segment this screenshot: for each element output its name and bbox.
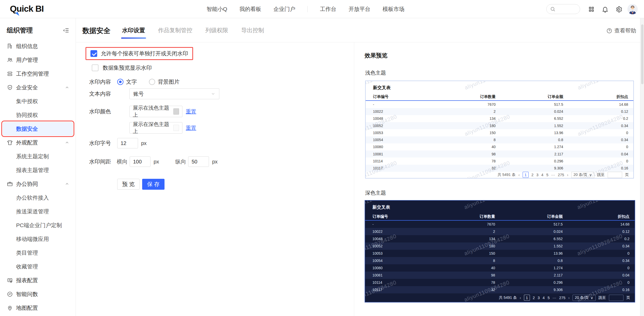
quickbi-logo[interactable]: Quick BI xyxy=(10,4,44,14)
sidebar-item-1[interactable]: 用户管理 xyxy=(3,53,73,67)
page-number-2[interactable]: 2 xyxy=(531,173,534,177)
dark-theme-color-swatch[interactable] xyxy=(173,125,179,131)
jump-page-input[interactable] xyxy=(608,172,622,178)
sidebar-item-3[interactable]: 企业安全 xyxy=(3,81,73,94)
nav-item-4[interactable]: 开放平台 xyxy=(349,5,370,13)
light-theme-color-box: 展示在浅色主题上 xyxy=(129,106,182,117)
tab-3[interactable]: 导出控制 xyxy=(241,18,264,42)
chevron-up-icon[interactable] xyxy=(65,85,69,90)
sidebar-item-14[interactable]: 移动端微应用 xyxy=(3,232,73,246)
sidebar-item-15[interactable]: 类目管理 xyxy=(3,246,73,260)
text-content-select[interactable]: 账号 xyxy=(129,88,219,99)
sidebar-item-16[interactable]: 收藏管理 xyxy=(3,260,73,273)
page-number-2[interactable]: 2 xyxy=(533,296,535,300)
pagination-total: 共 5491 条 xyxy=(499,295,517,300)
nav-item-3[interactable]: 工作台 xyxy=(320,5,336,13)
sidebar-item-7[interactable]: 外观配置 xyxy=(3,136,73,149)
nav-item-1[interactable]: 我的看板 xyxy=(239,5,261,13)
page-size-select[interactable]: 20 条/页∨ xyxy=(571,172,594,178)
page-size-value: 20 条/页 xyxy=(574,172,587,177)
radio-background-image[interactable] xyxy=(149,79,155,85)
tab-0[interactable]: 水印设置 xyxy=(122,18,145,42)
sidebar-item-12[interactable]: 推送渠道管理 xyxy=(3,205,73,218)
save-button[interactable]: 保 存 xyxy=(142,179,165,190)
font-size-unit: px xyxy=(141,140,147,146)
top-navigation: 智能小Q我的看板企业门户工作台开放平台模板市场 xyxy=(207,0,404,18)
sidebar-item-label: 地图配置 xyxy=(16,304,38,312)
radio-text[interactable] xyxy=(117,79,123,85)
sidebar-item-11[interactable]: 办公软件接入 xyxy=(3,191,73,205)
sidebar-item-5[interactable]: 协同授权 xyxy=(3,108,73,122)
vertical-spacing-input[interactable] xyxy=(188,156,209,167)
page-number-3[interactable]: 3 xyxy=(538,296,540,300)
sidebar-item-6[interactable]: 数据安全 xyxy=(3,122,73,136)
jump-page-input[interactable] xyxy=(609,295,623,301)
tab-2[interactable]: 列级权限 xyxy=(205,18,228,42)
next-page-icon[interactable]: › xyxy=(567,173,568,177)
page-number-1[interactable]: 1 xyxy=(524,295,530,301)
sidebar-item-8[interactable]: 系统主题定制 xyxy=(3,149,73,163)
table-cell: 0.16 xyxy=(563,288,629,292)
sidebar-item-4[interactable]: 集中授权 xyxy=(3,94,73,108)
reset-dark-link[interactable]: 重置 xyxy=(186,124,196,131)
table-row: 1005480.80.34 xyxy=(366,136,633,143)
page-size-select[interactable]: 20 条/页∨ xyxy=(573,295,596,301)
sidebar-item-18[interactable]: 智能问数 xyxy=(3,287,73,301)
sidebar-item-label: 类目管理 xyxy=(16,249,38,256)
radio-text-label[interactable]: 文字 xyxy=(126,78,137,85)
radio-background-image-label[interactable]: 背景图片 xyxy=(158,78,180,85)
table-cell: 1.274 xyxy=(495,266,563,270)
dataset-preview-checkbox[interactable] xyxy=(92,64,98,71)
column-header: 订单编号 xyxy=(373,94,430,99)
gear-icon[interactable] xyxy=(615,6,622,13)
page-number-1[interactable]: 1 xyxy=(523,172,529,178)
sidebar-item-17[interactable]: 报表配置 xyxy=(3,273,73,287)
table-cell: 0.04 xyxy=(563,152,628,156)
help-link[interactable]: 查看帮助 xyxy=(606,27,636,34)
sidebar-item-19[interactable]: 地图配置 xyxy=(3,301,73,315)
avatar[interactable] xyxy=(627,4,638,14)
page-number-4[interactable]: 4 xyxy=(541,173,543,177)
page-number-last[interactable]: 275 xyxy=(558,173,564,177)
apps-grid-icon[interactable] xyxy=(588,6,595,13)
text-content-value: 账号 xyxy=(133,90,144,97)
tab-1[interactable]: 作品复制管控 xyxy=(158,18,192,42)
chevron-up-icon[interactable] xyxy=(65,182,69,186)
allow-watermark-label: 允许每个报表可单独打开或关闭水印 xyxy=(101,50,188,57)
nav-item-2[interactable]: 企业门户 xyxy=(273,5,295,13)
table-cell: 0 xyxy=(563,280,629,285)
prev-page-icon[interactable]: ‹ xyxy=(518,173,520,177)
page-number-5[interactable]: 5 xyxy=(546,173,548,177)
prev-page-icon[interactable]: ‹ xyxy=(520,295,521,300)
collapse-sidebar-icon[interactable] xyxy=(63,27,69,34)
chevron-up-icon[interactable] xyxy=(65,140,69,145)
allow-watermark-checkbox[interactable] xyxy=(90,50,97,57)
scrollbar-track[interactable] xyxy=(640,18,644,316)
table-cell: - xyxy=(372,222,430,226)
dark-theme-color-label: 展示在深色主题上 xyxy=(133,121,170,135)
light-theme-color-swatch[interactable] xyxy=(173,108,179,115)
sidebar-item-0[interactable]: 组织信息 xyxy=(3,39,73,53)
font-size-input[interactable] xyxy=(117,138,138,148)
reset-light-link[interactable]: 重置 xyxy=(186,108,196,115)
sidebar-item-2[interactable]: 工作空间管理 xyxy=(3,67,73,81)
sidebar-item-10[interactable]: 办公协同 xyxy=(3,177,73,191)
page-number-5[interactable]: 5 xyxy=(548,296,550,300)
sidebar-item-9[interactable]: 报表主题管理 xyxy=(3,163,73,177)
sidebar-item-13[interactable]: PC端企业门户定制 xyxy=(3,218,73,232)
nav-item-5[interactable]: 模板市场 xyxy=(383,5,404,13)
scrollbar-thumb[interactable] xyxy=(641,24,643,84)
bell-icon[interactable] xyxy=(602,6,609,13)
page-number-last[interactable]: 275 xyxy=(559,296,565,300)
dataset-preview-row: 数据集预览显示水印 xyxy=(92,64,152,71)
nav-item-0[interactable]: 智能小Q xyxy=(207,5,227,13)
search-input[interactable] xyxy=(546,4,580,14)
column-header: 折扣点 xyxy=(563,214,629,219)
question-circle-icon xyxy=(606,28,612,34)
preview-button[interactable]: 预 览 xyxy=(117,179,140,190)
table-cell: 0 xyxy=(563,266,629,270)
page-number-3[interactable]: 3 xyxy=(536,173,538,177)
page-number-4[interactable]: 4 xyxy=(543,296,545,300)
horizontal-spacing-input[interactable] xyxy=(130,156,150,167)
next-page-icon[interactable]: › xyxy=(568,295,570,300)
